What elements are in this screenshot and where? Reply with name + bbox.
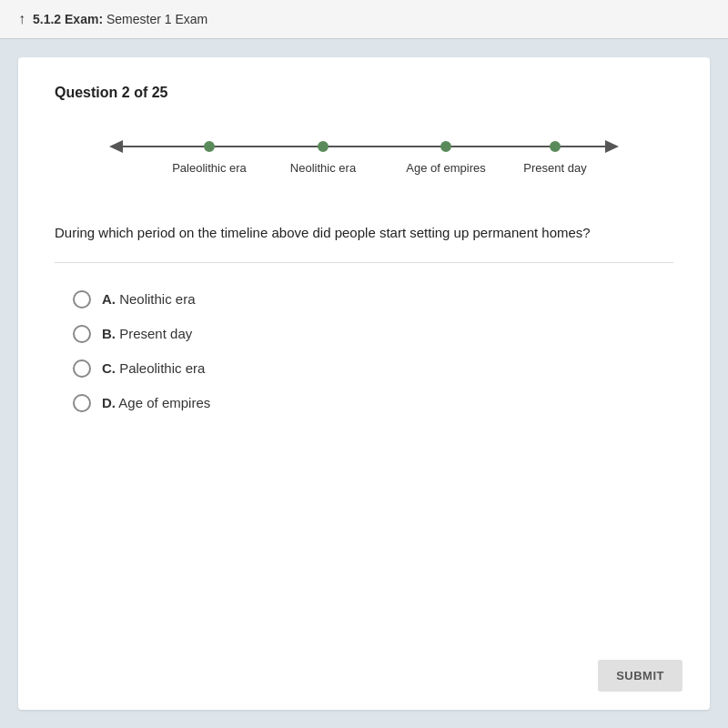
svg-text:Present day: Present day [523, 161, 587, 175]
radio-b[interactable] [73, 325, 91, 343]
svg-point-7 [441, 142, 450, 151]
timeline-svg: Paleolithic era Neolithic era Age of emp… [55, 128, 673, 192]
option-b[interactable]: B. Present day [73, 325, 655, 343]
option-d[interactable]: D. Age of empires [73, 394, 655, 412]
svg-text:Neolithic era: Neolithic era [290, 161, 357, 175]
option-d-text: D. Age of empires [102, 395, 210, 410]
question-text: During which period on the timeline abov… [55, 223, 673, 244]
radio-c[interactable] [73, 359, 91, 378]
svg-point-5 [318, 142, 328, 151]
submit-button[interactable]: SUBMIT [598, 660, 682, 692]
svg-point-9 [551, 142, 560, 151]
radio-a[interactable] [73, 290, 91, 308]
option-a[interactable]: A. Neolithic era [73, 290, 655, 308]
option-c[interactable]: C. Paleolithic era [73, 359, 655, 378]
radio-d[interactable] [73, 394, 91, 412]
svg-marker-2 [605, 140, 619, 153]
svg-point-3 [205, 142, 214, 151]
divider [55, 262, 673, 263]
svg-marker-1 [109, 140, 123, 153]
exam-title: 5.1.2 Exam: Semester 1 Exam [33, 12, 207, 26]
svg-text:Age of empires: Age of empires [406, 161, 486, 175]
question-label: Question 2 of 25 [55, 85, 673, 101]
options-list: A. Neolithic era B. Present day C. Paleo… [55, 281, 673, 421]
question-card: Question 2 of 25 Paleolithic era Neolith… [18, 57, 710, 710]
screen: ↑ 5.1.2 Exam: Semester 1 Exam Question 2… [0, 0, 728, 728]
back-icon: ↑ [18, 11, 25, 27]
svg-text:Paleolithic era: Paleolithic era [172, 161, 247, 175]
option-a-text: A. Neolithic era [102, 291, 196, 307]
option-b-text: B. Present day [102, 326, 192, 341]
timeline: Paleolithic era Neolithic era Age of emp… [55, 128, 673, 196]
submit-area: SUBMIT [598, 660, 682, 692]
option-c-text: C. Paleolithic era [102, 360, 205, 376]
header: ↑ 5.1.2 Exam: Semester 1 Exam [0, 0, 728, 39]
